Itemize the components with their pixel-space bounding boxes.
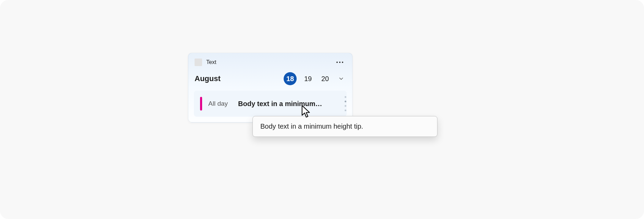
app-icon bbox=[195, 59, 202, 66]
month-label: August bbox=[195, 74, 221, 83]
more-button[interactable] bbox=[334, 60, 346, 64]
date-picker: 18 19 20 bbox=[284, 72, 346, 85]
tooltip: Body text in a minimum height tip. bbox=[252, 116, 437, 137]
scroll-dot-icon bbox=[345, 96, 346, 98]
stage: Text August 18 19 20 All day bbox=[0, 0, 644, 219]
date-option[interactable]: 18 bbox=[284, 72, 297, 85]
event-list: All day Body text in a minimum… bbox=[194, 91, 347, 117]
scroll-dot-icon bbox=[345, 110, 346, 111]
card-header-label: Text bbox=[206, 59, 216, 65]
event-row[interactable]: All day Body text in a minimum… bbox=[194, 91, 347, 117]
date-option[interactable]: 20 bbox=[319, 73, 331, 85]
expand-dates-button[interactable] bbox=[336, 74, 346, 83]
scroll-dot-icon bbox=[345, 101, 346, 102]
month-row: August 18 19 20 bbox=[194, 72, 347, 85]
card-header: Text bbox=[194, 58, 347, 67]
chevron-down-icon bbox=[338, 76, 344, 82]
event-accent bbox=[200, 97, 202, 111]
calendar-card: Text August 18 19 20 All day bbox=[188, 53, 352, 123]
card-header-left: Text bbox=[195, 59, 216, 66]
scroll-indicator[interactable] bbox=[343, 91, 347, 117]
scroll-dot-icon bbox=[345, 105, 346, 107]
event-title: Body text in a minimum… bbox=[238, 100, 322, 108]
date-option[interactable]: 19 bbox=[302, 73, 314, 85]
more-icon bbox=[336, 59, 344, 65]
event-when: All day bbox=[208, 100, 228, 107]
tooltip-text: Body text in a minimum height tip. bbox=[260, 123, 363, 130]
